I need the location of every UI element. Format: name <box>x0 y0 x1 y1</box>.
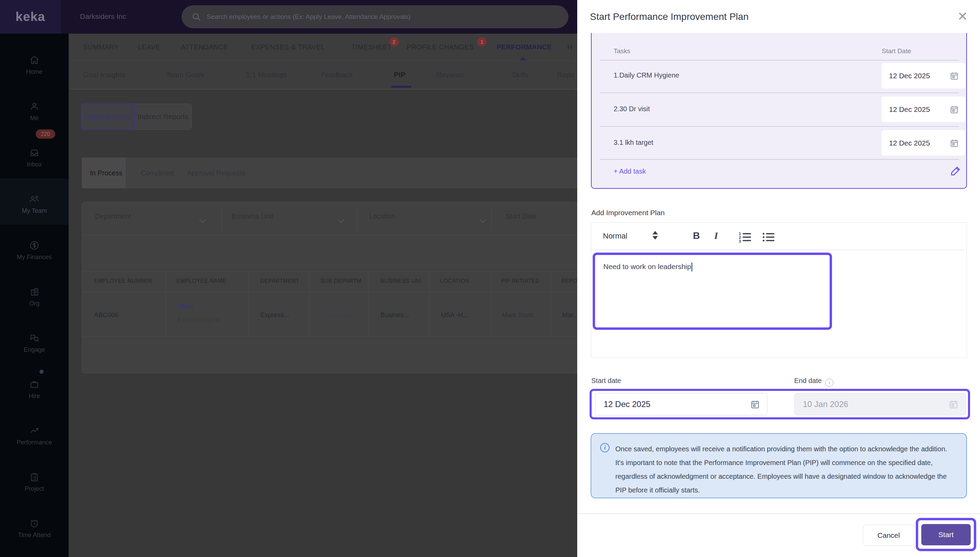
dollar-icon <box>29 240 39 251</box>
primary-nav: SUMMARY LEAVE ATTENDANCE EXPENSES & TRAV… <box>0 34 577 61</box>
direct-reports-button[interactable]: Direct Reports <box>81 103 135 130</box>
sidebar-item-me[interactable]: Me <box>0 91 68 132</box>
task-2-date-input[interactable]: 12 Dec 2025 <box>881 96 965 122</box>
timesheet-badge: 2 <box>390 37 399 46</box>
col-department: DEPARTMENT <box>260 278 299 284</box>
home-icon <box>29 55 39 65</box>
filter-business-unit[interactable]: Business Unit <box>232 212 273 220</box>
column-divider <box>491 272 491 337</box>
task-name-2: 2.30 Dr visit <box>614 105 650 113</box>
filter-divider <box>357 206 357 231</box>
keka-pip-screen: keka Darksiders Inc Search employees or … <box>0 0 980 557</box>
cell-report-truncated: Mar... <box>562 311 577 319</box>
col-pip-initiated: PIP INITIATED <box>501 278 540 284</box>
italic-button[interactable]: I <box>714 230 718 241</box>
tab-summary[interactable]: SUMMARY <box>83 34 119 61</box>
subnav-skills[interactable]: Skills <box>512 61 528 89</box>
dimmed-page-region: keka Darksiders Inc Search employees or … <box>0 0 577 557</box>
calendar-icon <box>949 138 959 148</box>
column-divider <box>429 272 430 337</box>
sidebar-item-my-finances[interactable]: My Finances <box>0 230 68 271</box>
column-divider <box>369 272 369 337</box>
search-placeholder: Search employees or actions (Ex: Apply L… <box>207 13 411 21</box>
sidebar-item-my-team[interactable]: My Team <box>0 184 68 225</box>
add-task-button[interactable]: + Add task <box>614 168 646 175</box>
performance-subnav: Goal Insights Team Goals 1:1 Meetings Fe… <box>0 61 577 90</box>
style-dropdown[interactable]: Normal <box>603 232 627 241</box>
plan-text-area[interactable]: Need to work on leadership <box>593 252 832 330</box>
tab-h-truncated[interactable]: H <box>567 34 572 61</box>
edit-pencil-icon[interactable] <box>949 164 962 178</box>
company-name: Darksiders Inc <box>80 12 126 21</box>
col-business-unit: BUSINESS UNI <box>380 278 421 284</box>
tab-leave[interactable]: LEAVE <box>138 34 160 61</box>
hire-notification-dot <box>38 368 45 375</box>
sidebar-item-org[interactable]: Org <box>0 276 68 318</box>
start-date-input[interactable]: 12 Dec 2025 <box>595 393 768 415</box>
tab-expenses-travel[interactable]: EXPENSES & TRAVEL <box>251 34 325 61</box>
subnav-goal-insights[interactable]: Goal Insights <box>83 61 126 89</box>
plan-text: Need to work on leadership <box>603 262 692 272</box>
sidebar-item-engage[interactable]: Engage <box>0 322 68 364</box>
tasks-header: Tasks <box>614 47 631 55</box>
table-row[interactable]: ABC006 Abdul Express Agent Express... No… <box>82 292 577 337</box>
tab-timesheet[interactable]: TIMESHEET <box>351 34 392 61</box>
bold-button[interactable]: B <box>693 230 700 241</box>
col-sub-department: SUB DEPARTM <box>320 278 362 284</box>
sidebar-item-project[interactable]: Project <box>0 462 68 503</box>
filter-divider <box>491 206 492 231</box>
calendar-icon <box>750 399 760 409</box>
chevron-down-icon <box>338 216 344 223</box>
notice-text: Once saved, employees will receive a not… <box>615 442 952 497</box>
subnav-feedback[interactable]: Feedback <box>321 61 353 89</box>
sidebar-item-time-attend[interactable]: Time Attend <box>0 508 68 549</box>
cell-business-unit: Busines... <box>380 311 409 319</box>
end-date-label: End datei <box>794 377 833 387</box>
tab-in-process[interactable]: In Process <box>82 158 126 189</box>
bullet-list-button[interactable] <box>761 231 775 243</box>
tab-approval-requests[interactable]: Approval Requests <box>180 158 252 189</box>
alarm-icon <box>29 518 39 529</box>
divider <box>600 126 959 127</box>
start-date-label: Start date <box>591 377 621 385</box>
filter-row-divider <box>82 235 577 235</box>
task-3-date-input[interactable]: 12 Dec 2025 <box>881 130 965 156</box>
cell-location: USA -H... <box>441 311 468 319</box>
col-employee-number: EMPLOYEE NUMBER <box>94 278 152 284</box>
tab-attendance[interactable]: ATTENDANCE <box>181 34 228 61</box>
calendar-icon <box>948 399 959 409</box>
sidebar-item-inbox[interactable]: Inbox <box>0 137 68 178</box>
calendar-icon <box>949 71 959 81</box>
subnav-1-1-meetings[interactable]: 1:1 Meetings <box>246 61 287 89</box>
indirect-reports-button[interactable]: Indirect Reports <box>134 104 192 130</box>
pip-notice-box: i Once saved, employees will receive a n… <box>590 433 967 498</box>
sidebar-item-home[interactable]: Home <box>0 45 68 86</box>
filter-department[interactable]: Department <box>95 212 131 220</box>
filter-start-date[interactable]: Start Date <box>506 212 537 220</box>
subnav-reviews[interactable]: Reviews <box>437 61 463 89</box>
cell-employee-number: ABC006 <box>94 311 119 319</box>
sidebar-item-hire[interactable]: Hire <box>0 369 68 410</box>
tab-profile-changes[interactable]: PROFILE CHANGES <box>406 34 474 61</box>
subnav-pip[interactable]: PIP <box>394 61 406 89</box>
keka-logo[interactable]: keka <box>0 0 61 34</box>
trend-icon <box>29 425 39 436</box>
col-report-truncated: REPO <box>561 278 577 284</box>
rich-text-editor: Normal B I 123 Need to work on leadershi… <box>591 222 967 358</box>
subnav-reports-truncated[interactable]: Repo <box>557 61 574 89</box>
search-icon <box>192 12 201 22</box>
close-icon[interactable]: ✕ <box>955 9 970 24</box>
ordered-list-button[interactable]: 123 <box>738 231 752 243</box>
style-dropdown-arrows-icon[interactable] <box>652 231 658 239</box>
global-search-input[interactable]: Search employees or actions (Ex: Apply L… <box>182 5 568 28</box>
cell-employee-name-link[interactable]: Abdul <box>178 302 194 310</box>
team-icon <box>29 194 40 204</box>
cancel-button[interactable]: Cancel <box>863 525 915 546</box>
task-1-date-input[interactable]: 12 Dec 2025 <box>881 62 965 89</box>
end-date-input-disabled: 10 Jan 2026 <box>794 393 966 415</box>
subnav-team-goals[interactable]: Team Goals <box>166 61 204 89</box>
filter-location[interactable]: Location <box>369 212 395 220</box>
sidebar-item-performance[interactable]: Performance <box>0 415 68 456</box>
tab-completed[interactable]: Completed <box>134 158 181 189</box>
start-button[interactable]: Start <box>921 524 971 545</box>
